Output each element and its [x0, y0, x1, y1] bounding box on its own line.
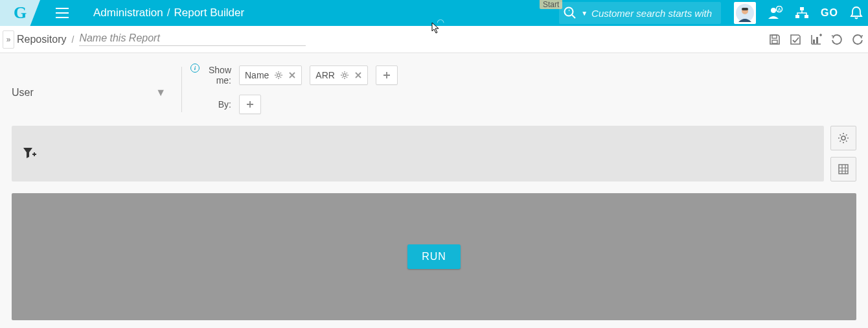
report-name-input[interactable] — [79, 32, 306, 46]
table-view-button[interactable] — [830, 157, 856, 182]
refresh-icon — [851, 33, 864, 46]
field-remove-button[interactable] — [354, 71, 362, 79]
global-search[interactable]: ▼ — [559, 2, 721, 24]
gear-icon — [838, 132, 849, 144]
by-row: By: — [191, 95, 398, 114]
hamburger-icon — [56, 8, 69, 18]
breadcrumb: Administration / Report Builder — [93, 6, 244, 19]
run-button[interactable]: RUN — [407, 244, 461, 269]
user-admin-button[interactable]: A — [768, 6, 783, 20]
sub-toolbar — [768, 26, 864, 53]
fields-column: Show me: Name ARR By: — [191, 65, 398, 114]
plus-icon — [382, 71, 391, 80]
svg-point-16 — [841, 136, 845, 140]
gear-icon — [340, 71, 349, 80]
save-check-icon — [789, 33, 802, 46]
table-icon — [838, 163, 849, 175]
save-icon — [768, 33, 781, 46]
brand-logo: G — [14, 3, 27, 23]
svg-point-4 — [771, 8, 776, 13]
svg-text:A: A — [778, 7, 781, 12]
svg-rect-7 — [800, 7, 804, 10]
avatar-icon — [736, 4, 754, 22]
report-settings-button[interactable] — [830, 126, 856, 150]
top-right-actions: ▼ A GO — [559, 0, 863, 26]
search-icon — [563, 6, 577, 20]
search-dropdown-caret-icon[interactable]: ▼ — [581, 10, 588, 17]
source-object-label: User — [12, 87, 34, 99]
add-field-button[interactable] — [376, 65, 398, 85]
svg-rect-8 — [795, 15, 799, 18]
svg-rect-17 — [839, 165, 848, 174]
config-row: User ▼ i Show me: Name ARR — [12, 65, 856, 114]
user-avatar[interactable] — [734, 2, 756, 24]
svg-rect-3 — [742, 8, 748, 10]
brand-logo-wrap: G — [0, 0, 40, 26]
add-chart-button[interactable] — [810, 33, 823, 46]
svg-rect-9 — [805, 15, 808, 18]
breadcrumb-section[interactable]: Administration — [93, 6, 163, 19]
field-chip-label: ARR — [315, 70, 335, 80]
expand-sidebar-button[interactable]: » — [3, 30, 14, 49]
svg-rect-13 — [816, 37, 818, 43]
sub-separator: / — [71, 34, 74, 45]
svg-point-0 — [565, 8, 573, 16]
view-side-buttons — [830, 126, 856, 182]
field-chip-arr[interactable]: ARR — [310, 65, 368, 85]
chevron-double-right-icon: » — [6, 35, 11, 44]
chart-plus-icon — [810, 33, 823, 46]
refresh-button[interactable] — [851, 33, 864, 46]
org-hierarchy-button[interactable] — [795, 6, 809, 19]
close-icon — [288, 71, 296, 79]
source-object-select[interactable]: User ▼ — [12, 84, 167, 101]
person-badge-icon: A — [768, 6, 783, 20]
undo-button[interactable] — [830, 33, 843, 46]
search-input[interactable] — [591, 8, 714, 19]
gear-icon — [274, 71, 283, 80]
filter-strip — [12, 126, 856, 182]
close-icon — [354, 71, 362, 79]
field-remove-button[interactable] — [288, 71, 296, 79]
add-filter-button[interactable] — [22, 146, 36, 161]
field-settings-button[interactable] — [340, 71, 349, 80]
save-button[interactable] — [768, 33, 781, 46]
sub-nav-bar: » Repository / — [0, 26, 868, 53]
notifications-button[interactable] — [850, 6, 863, 20]
svg-rect-12 — [813, 40, 815, 43]
vertical-divider — [181, 67, 182, 112]
info-icon[interactable]: i — [190, 64, 200, 73]
filter-plus-icon — [22, 146, 36, 159]
filter-bar[interactable] — [12, 126, 824, 182]
main-menu-button[interactable] — [56, 8, 69, 18]
undo-icon — [830, 33, 843, 46]
svg-point-14 — [277, 74, 280, 76]
hierarchy-icon — [795, 6, 809, 19]
bell-icon — [850, 6, 863, 20]
breadcrumb-page: Report Builder — [174, 6, 244, 19]
results-area: RUN — [12, 193, 856, 320]
field-chip-name[interactable]: Name — [239, 65, 302, 85]
repository-link[interactable]: Repository — [17, 34, 66, 45]
go-button[interactable]: GO — [821, 7, 838, 19]
breadcrumb-separator: / — [167, 6, 170, 19]
svg-point-15 — [343, 74, 346, 76]
plus-icon — [246, 100, 255, 109]
add-groupby-button[interactable] — [239, 95, 261, 114]
show-me-row: Show me: Name ARR — [191, 65, 398, 86]
by-label: By: — [191, 99, 231, 110]
top-nav-bar: G Administration / Report Builder Start … — [0, 0, 868, 26]
field-settings-button[interactable] — [274, 71, 283, 80]
field-chip-label: Name — [245, 70, 269, 80]
save-as-button[interactable] — [789, 33, 802, 46]
report-builder-main: User ▼ i Show me: Name ARR — [0, 53, 868, 328]
caret-down-icon: ▼ — [155, 87, 166, 99]
svg-rect-11 — [772, 40, 777, 43]
